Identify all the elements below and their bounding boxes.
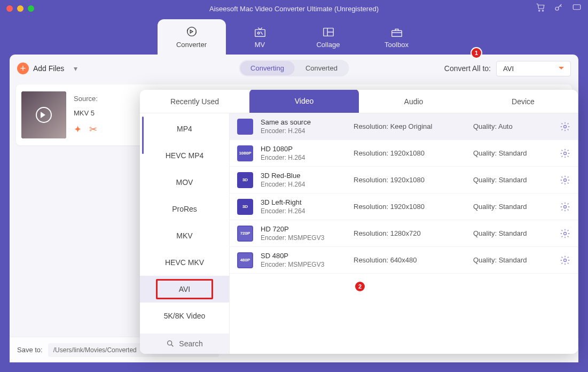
- profile-quality: Quality: Standard: [473, 203, 552, 211]
- seg-converting[interactable]: Converting: [240, 61, 295, 75]
- svg-point-6: [257, 32, 260, 34]
- window-title: Aiseesoft Mac Video Converter Ultimate (…: [209, 5, 379, 13]
- profile-resolution: Resolution: 640x480: [354, 256, 466, 264]
- title-actions: [536, 3, 582, 14]
- profile-icon: 3D: [237, 172, 253, 188]
- profile-row[interactable]: Same as sourceEncoder: H.264Resolution: …: [230, 113, 578, 140]
- scrollbar-thumb[interactable]: [142, 117, 144, 154]
- add-files-label: Add Files: [33, 64, 64, 73]
- panel-tab-recent[interactable]: Recently Used: [140, 90, 249, 113]
- profile-encoder: Encoder: MSMPEGV3: [261, 261, 346, 268]
- format-item-hevc-mkv[interactable]: HEVC MKV: [140, 249, 229, 276]
- format-item-hevc-mp4[interactable]: HEVC MP4: [140, 142, 229, 169]
- format-sidebar: MP4 HEVC MP4 MOV ProRes MKV HEVC MKV AVI…: [140, 113, 230, 354]
- svg-point-1: [542, 10, 543, 11]
- panel-tab-audio[interactable]: Audio: [359, 90, 468, 113]
- profile-encoder: Encoder: H.264: [261, 127, 346, 135]
- chevron-down-icon[interactable]: ▾: [74, 64, 77, 73]
- profile-main: Same as sourceEncoder: H.264: [261, 118, 346, 135]
- format-item-prores[interactable]: ProRes: [140, 196, 229, 222]
- play-icon: [36, 107, 52, 123]
- gear-icon[interactable]: [560, 175, 570, 185]
- format-search[interactable]: Search: [140, 334, 229, 354]
- tab-toolbox[interactable]: Toolbox: [363, 19, 431, 55]
- trim-icon[interactable]: ✂: [89, 123, 97, 135]
- profile-list[interactable]: Same as sourceEncoder: H.264Resolution: …: [230, 113, 578, 354]
- maximize-window-button[interactable]: [28, 5, 34, 12]
- key-icon[interactable]: [554, 3, 563, 14]
- profile-quality: Quality: Standard: [473, 176, 552, 184]
- profile-icon: 480P: [237, 252, 253, 268]
- profile-icon: 1080P: [237, 145, 253, 161]
- cart-icon[interactable]: [536, 3, 545, 14]
- tab-toolbox-label: Toolbox: [385, 41, 409, 49]
- file-meta: Source: MKV 5 ✦ ✂: [74, 95, 98, 135]
- profile-icon: 3D: [237, 199, 253, 215]
- svg-point-10: [564, 125, 567, 128]
- video-thumbnail[interactable]: [21, 91, 66, 138]
- svg-point-9: [168, 341, 172, 345]
- panel-tab-video[interactable]: Video: [249, 90, 359, 113]
- svg-rect-8: [391, 30, 401, 36]
- profile-quality: Quality: Auto: [473, 122, 552, 130]
- profile-row[interactable]: 3D3D Red-BlueEncoder: H.264Resolution: 1…: [230, 167, 578, 193]
- svg-point-15: [564, 259, 567, 261]
- format-item-avi[interactable]: AVI: [140, 276, 229, 303]
- profile-resolution: Resolution: 1920x1080: [354, 149, 466, 157]
- tab-collage[interactable]: Collage: [294, 19, 363, 55]
- add-files-button[interactable]: + Add Files ▾: [17, 63, 77, 74]
- format-item-5k8k[interactable]: 5K/8K Video: [140, 303, 229, 329]
- profile-title: HD 720P: [261, 225, 346, 233]
- minimize-window-button[interactable]: [17, 5, 23, 12]
- profile-main: HD 720PEncoder: MSMPEGV3: [261, 225, 346, 242]
- format-picker-panel: Recently Used Video Audio Device MP4 HEV…: [140, 90, 578, 354]
- profile-quality: Quality: Standard: [473, 149, 552, 157]
- gear-icon[interactable]: [560, 201, 570, 212]
- gear-icon[interactable]: [560, 255, 570, 266]
- seg-converted[interactable]: Converted: [295, 61, 348, 75]
- convert-all-to-label: Convert All to:: [444, 64, 491, 73]
- gear-icon[interactable]: [560, 121, 570, 132]
- profile-row[interactable]: 1080PHD 1080PEncoder: H.264Resolution: 1…: [230, 140, 578, 167]
- profile-encoder: Encoder: H.264: [261, 207, 346, 215]
- profile-row[interactable]: 720PHD 720PEncoder: MSMPEGV3Resolution: …: [230, 220, 578, 247]
- profile-quality: Quality: Standard: [473, 256, 552, 264]
- format-list[interactable]: MP4 HEVC MP4 MOV ProRes MKV HEVC MKV AVI…: [140, 113, 229, 334]
- format-item-mov[interactable]: MOV: [140, 169, 229, 196]
- format-item-mkv[interactable]: MKV: [140, 222, 229, 249]
- tab-mv[interactable]: MV: [226, 19, 294, 55]
- svg-point-14: [564, 232, 567, 235]
- file-format-text: MKV 5: [74, 109, 98, 117]
- format-category-tabs: Recently Used Video Audio Device: [140, 90, 578, 113]
- save-to-label: Save to:: [17, 346, 43, 354]
- tab-converter-label: Converter: [176, 41, 207, 49]
- svg-point-13: [564, 205, 567, 208]
- profile-icon: [237, 119, 253, 135]
- svg-point-4: [187, 27, 196, 36]
- format-select[interactable]: AVI: [496, 61, 571, 76]
- profile-title: HD 1080P: [261, 145, 346, 153]
- profile-encoder: Encoder: H.264: [261, 181, 346, 188]
- profile-resolution: Resolution: 1920x1080: [354, 176, 466, 184]
- svg-point-12: [564, 179, 567, 181]
- profile-title: SD 480P: [261, 252, 346, 260]
- svg-rect-5: [255, 29, 264, 36]
- profile-encoder: Encoder: MSMPEGV3: [261, 234, 346, 242]
- feedback-icon[interactable]: [572, 3, 582, 14]
- panel-tab-device[interactable]: Device: [468, 90, 578, 113]
- toolbar: + Add Files ▾ Converting Converted Conve…: [10, 55, 578, 77]
- profile-quality: Quality: Standard: [473, 229, 552, 237]
- profile-row[interactable]: 480PSD 480PEncoder: MSMPEGV3Resolution: …: [230, 247, 578, 274]
- gear-icon[interactable]: [560, 228, 570, 239]
- window-controls: [6, 5, 34, 12]
- search-label: Search: [179, 339, 202, 348]
- profile-resolution: Resolution: 1920x1080: [354, 203, 466, 211]
- status-segmented-control: Converting Converted: [239, 60, 349, 76]
- gear-icon[interactable]: [560, 148, 570, 159]
- file-action-icons: ✦ ✂: [74, 123, 98, 135]
- close-window-button[interactable]: [6, 5, 13, 12]
- enhance-icon[interactable]: ✦: [74, 123, 82, 135]
- format-item-mp4[interactable]: MP4: [140, 115, 229, 142]
- profile-row[interactable]: 3D3D Left-RightEncoder: H.264Resolution:…: [230, 193, 578, 220]
- tab-converter[interactable]: Converter: [158, 19, 226, 55]
